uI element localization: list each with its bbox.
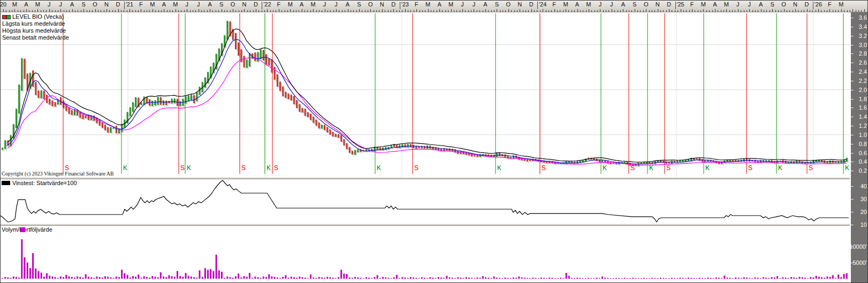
axis-tick: [235, 10, 236, 12]
axis-tick: [187, 9, 187, 12]
axis-tick: [428, 9, 429, 12]
axis-month-label: M: [563, 1, 568, 7]
axis-tick: [37, 9, 38, 12]
scale-tick: [851, 108, 854, 108]
axis-tick: [161, 10, 162, 12]
series-red-square-icon: [2, 15, 6, 19]
axis-tick: [72, 9, 73, 12]
axis-tick: [861, 10, 862, 12]
axis-tick: [442, 10, 443, 12]
profit-test-panel[interactable]: Vinstest: Startvärde=100: [1, 179, 850, 224]
volume-canvas[interactable]: [1, 226, 850, 283]
axis-tick: [130, 9, 130, 12]
axis-tick: [222, 9, 222, 12]
axis-tick: [445, 10, 446, 12]
axis-tick: [155, 10, 156, 12]
axis-year-label: '21: [126, 1, 133, 7]
axis-tick: [144, 10, 144, 12]
axis-tick: [631, 10, 632, 12]
price-scale-label: 2.6: [859, 59, 867, 66]
axis-year-label: '24: [539, 1, 546, 7]
year-divider: [675, 2, 676, 9]
axis-tick: [115, 10, 116, 12]
axis-tick: [798, 10, 798, 12]
axis-tick: [454, 10, 454, 12]
price-chart-panel[interactable]: LEVEL BIO (Vecka) Lägsta kurs medelvärde…: [1, 12, 850, 177]
axis-tick: [864, 9, 865, 12]
axis-tick: [752, 10, 753, 12]
axis-month-label: A: [713, 1, 717, 7]
axis-tick: [531, 9, 532, 12]
sell-signal-marker: S: [274, 164, 278, 172]
axis-tick: [374, 10, 374, 12]
axis-tick: [75, 10, 75, 12]
sell-signal-marker: S: [666, 164, 671, 172]
axis-tick: [118, 9, 119, 12]
price-scale-label: 0.6: [859, 150, 867, 156]
axis-tick: [104, 10, 104, 12]
axis-tick: [204, 10, 204, 12]
axis-tick: [281, 10, 282, 12]
price-scale-label: 3.4: [859, 24, 867, 30]
axis-tick: [675, 10, 675, 12]
scale-tick: [851, 171, 854, 171]
price-chart-canvas[interactable]: [1, 12, 850, 177]
axis-tick: [586, 10, 587, 12]
axis-tick: [775, 10, 776, 12]
axis-month-label: D: [805, 1, 809, 7]
axis-month-label: F: [139, 1, 143, 7]
profit-test-canvas[interactable]: [1, 179, 850, 224]
scale-tick: [851, 135, 854, 135]
axis-tick: [577, 9, 578, 12]
axis-tick: [399, 10, 400, 12]
axis-tick: [290, 9, 291, 12]
axis-tick: [827, 10, 827, 12]
axis-tick: [589, 9, 589, 12]
instrument-title: LEVEL BIO (Vecka): [12, 13, 64, 20]
axis-tick: [322, 10, 322, 12]
axis-tick: [78, 10, 78, 12]
axis-tick: [153, 9, 153, 12]
axis-month-label: J: [610, 1, 613, 7]
axis-tick: [293, 10, 294, 12]
volume-panel[interactable]: Volym/Portföljvärde: [1, 226, 850, 283]
axis-month-label: N: [380, 1, 384, 7]
axis-tick: [526, 10, 526, 12]
price-scale-label: 0.4: [859, 158, 867, 165]
axis-tick: [319, 10, 319, 12]
axis-month-label: F: [828, 1, 832, 7]
axis-tick: [184, 10, 185, 12]
sell-signal-marker: S: [630, 164, 635, 172]
axis-tick: [422, 10, 423, 12]
scale-tick: [851, 18, 854, 18]
axis-tick: [747, 10, 747, 12]
sell-signal-marker: S: [241, 164, 246, 172]
axis-tick: [666, 10, 667, 12]
axis-tick: [29, 10, 29, 12]
axis-tick: [698, 10, 698, 12]
axis-tick: [60, 9, 61, 12]
axis-tick: [101, 10, 101, 12]
axis-tick: [523, 10, 523, 12]
axis-tick: [741, 10, 741, 12]
axis-tick: [170, 10, 170, 12]
axis-tick: [460, 10, 460, 12]
buy-signal-marker: K: [778, 164, 782, 172]
axis-tick: [818, 9, 819, 12]
axis-tick: [709, 10, 710, 12]
instrument-title-row: LEVEL BIO (Vecka): [2, 13, 69, 20]
axis-tick: [479, 10, 480, 12]
axis-tick: [448, 10, 448, 12]
buy-signal-marker: K: [187, 164, 191, 172]
axis-tick: [356, 10, 357, 12]
axis-tick: [793, 10, 793, 12]
axis-month-label: O: [506, 1, 511, 7]
axis-tick: [359, 9, 360, 12]
year-divider: [537, 2, 538, 9]
axis-tick: [620, 10, 621, 12]
axis-tick: [307, 10, 308, 12]
axis-tick: [124, 10, 124, 12]
axis-tick: [176, 9, 176, 12]
axis-tick: [431, 10, 431, 12]
axis-tick: [230, 10, 231, 12]
